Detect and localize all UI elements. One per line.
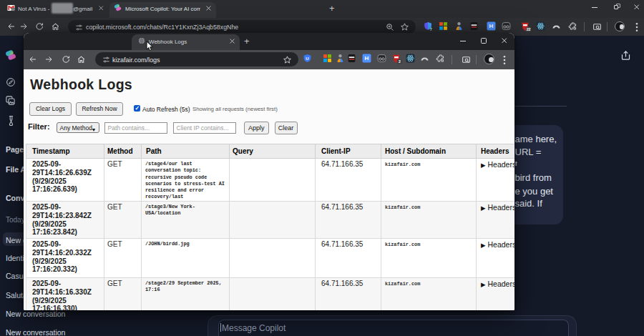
svg-text:U: U [306,56,308,61]
svg-text:H: H [365,55,369,61]
svg-text:22: 22 [527,27,531,31]
svg-text:2: 2 [399,59,401,64]
svg-text:7: 7 [430,28,432,31]
svg-text:H: H [489,23,494,29]
